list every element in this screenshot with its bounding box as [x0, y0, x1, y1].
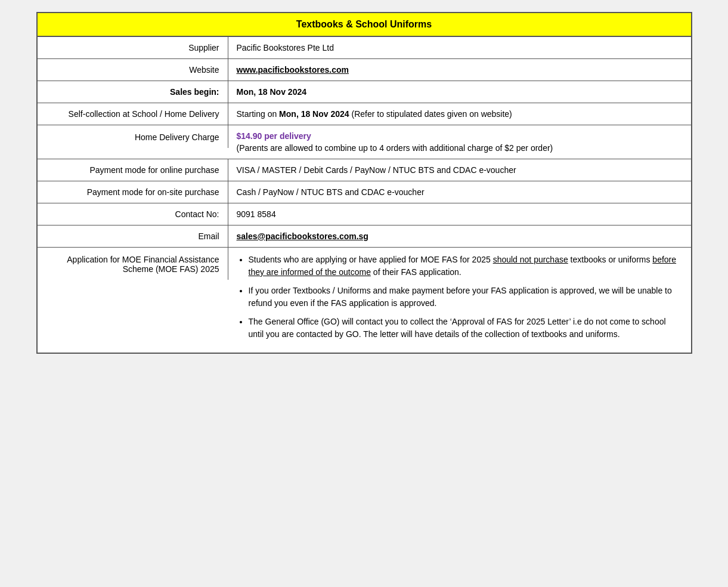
value-moe-fas: Students who are applying or have applie…: [228, 248, 691, 353]
delivery-charge-amount: $14.90 per delivery: [237, 131, 683, 141]
table-row: Website www.pacificbookstores.com: [38, 59, 691, 81]
bullet-1-prefix: Students who are applying or have applie…: [249, 255, 493, 264]
label-payment-online: Payment mode for online purchase: [38, 159, 228, 181]
label-supplier: Supplier: [38, 37, 228, 58]
value-payment-online: VISA / MASTER / Debit Cards / PayNow / N…: [228, 159, 691, 181]
email-link[interactable]: sales@pacificbookstores.com.sg: [237, 231, 368, 241]
label-payment-onsite: Payment mode for on-site purchase: [38, 181, 228, 203]
bullet-1-after: of their FAS application.: [371, 267, 461, 277]
value-home-delivery-charge: $14.90 per delivery (Parents are allowed…: [228, 125, 691, 159]
list-item: Students who are applying or have applie…: [249, 254, 683, 279]
self-collection-date: Mon, 18 Nov 2024: [279, 109, 349, 119]
label-email: Email: [38, 225, 228, 247]
table-row: Home Delivery Charge $14.90 per delivery…: [38, 125, 691, 159]
header-title: Textbooks & School Uniforms: [296, 19, 432, 29]
table-row: Contact No: 9091 8584: [38, 203, 691, 225]
table-row: Email sales@pacificbookstores.com.sg: [38, 225, 691, 248]
value-supplier: Pacific Bookstores Pte Ltd: [228, 37, 691, 58]
table-row: Application for MOE Financial Assistance…: [38, 248, 691, 353]
value-payment-onsite: Cash / PayNow / NTUC BTS and CDAC e-vouc…: [228, 181, 691, 203]
table-row: Supplier Pacific Bookstores Pte Ltd: [38, 37, 691, 59]
value-sales-begin: Mon, 18 Nov 2024: [228, 81, 691, 103]
label-self-collection: Self-collection at School / Home Deliver…: [38, 103, 228, 125]
table-row: Payment mode for online purchase VISA / …: [38, 159, 691, 181]
list-item: The General Office (GO) will contact you…: [249, 316, 683, 341]
label-website: Website: [38, 59, 228, 81]
table-row: Self-collection at School / Home Deliver…: [38, 103, 691, 125]
bullet-1-middle: textbooks or uniforms: [568, 255, 653, 264]
self-collection-suffix: (Refer to stipulated dates given on webs…: [349, 109, 512, 119]
table-row: Sales begin: Mon, 18 Nov 2024: [38, 81, 691, 103]
bullet-3-text: The General Office (GO) will contact you…: [249, 317, 666, 339]
label-moe-fas: Application for MOE Financial Assistance…: [38, 248, 228, 280]
delivery-charge-note: (Parents are allowed to combine up to 4 …: [237, 143, 683, 153]
website-link[interactable]: www.pacificbookstores.com: [237, 65, 349, 75]
label-contact: Contact No:: [38, 203, 228, 225]
label-sales-begin: Sales begin:: [38, 81, 228, 103]
table-header: Textbooks & School Uniforms: [38, 13, 691, 37]
bullet-1-underline1: should not purchase: [493, 255, 568, 264]
table-row: Payment mode for on-site purchase Cash /…: [38, 181, 691, 203]
value-website[interactable]: www.pacificbookstores.com: [228, 59, 691, 81]
moe-fas-bullet-list: Students who are applying or have applie…: [237, 254, 683, 341]
value-contact: 9091 8584: [228, 203, 691, 225]
value-email[interactable]: sales@pacificbookstores.com.sg: [228, 225, 691, 247]
list-item: If you order Textbooks / Uniforms and ma…: [249, 285, 683, 310]
value-self-collection: Starting on Mon, 18 Nov 2024 (Refer to s…: [228, 103, 691, 125]
main-table: Textbooks & School Uniforms Supplier Pac…: [36, 12, 692, 354]
label-home-delivery-charge: Home Delivery Charge: [38, 125, 228, 148]
bullet-2-text: If you order Textbooks / Uniforms and ma…: [249, 286, 672, 308]
self-collection-prefix: Starting on: [237, 109, 280, 119]
